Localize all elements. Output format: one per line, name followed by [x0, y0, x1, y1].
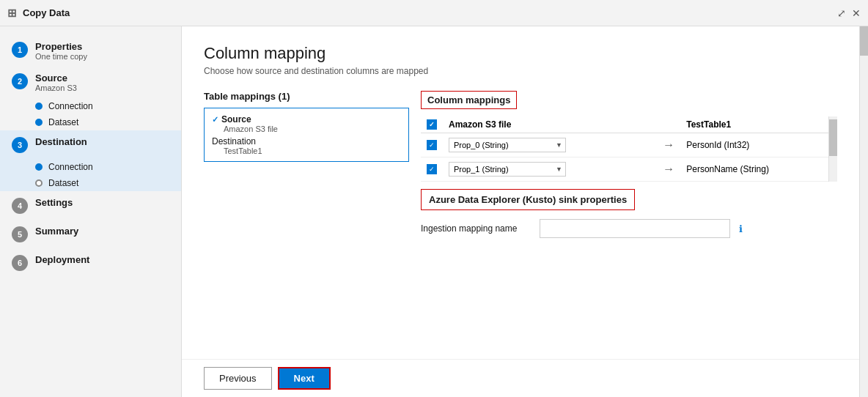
sidebar-item-source-subtitle: Amazon S3 [35, 84, 77, 92]
row1-source-dropdown-wrapper: Prop_1 (String) ▼ [449, 162, 566, 177]
sidebar-sub-dest-dataset[interactable]: Dataset [0, 175, 181, 191]
mapping-dest-value: TestTable1 [212, 146, 401, 155]
sub-label-dest-connection: Connection [48, 162, 93, 172]
row0-dest-cell: PersonId (Int32) [680, 133, 837, 157]
footer-buttons: Previous Next [182, 359, 859, 397]
row1-source-select[interactable]: Prop_1 (String) [449, 162, 566, 177]
sidebar-item-deployment[interactable]: 6 Deployment [0, 248, 181, 277]
step-badge-4: 4 [12, 198, 28, 214]
check-icon: ✓ [212, 115, 218, 125]
title-bar: ⊞ Copy Data ⤢ ✕ [0, 0, 868, 26]
th-check: ✓ [421, 116, 443, 133]
sink-header: Azure Data Explorer (Kusto) sink propert… [421, 189, 635, 210]
th-dest: TestTable1 [680, 116, 837, 133]
sidebar-item-summary[interactable]: 5 Summary [0, 220, 181, 248]
dot-source-dataset [35, 119, 43, 126]
sidebar-item-summary-title: Summary [35, 226, 78, 237]
mapping-source-row: ✓ Source [212, 114, 401, 125]
app-title: Copy Data [23, 7, 70, 18]
row0-check-cell: ✓ [421, 133, 443, 157]
mapping-dest-row: Destination [212, 136, 401, 146]
mapping-dest-label: Destination [212, 136, 256, 146]
sink-header-text: Azure Data Explorer (Kusto) sink propert… [429, 194, 627, 205]
copy-data-icon: ⊞ [7, 7, 17, 20]
table-mappings-panel: Table mappings (1) ✓ Source Amazon S3 fi… [204, 91, 409, 244]
sidebar-item-source[interactable]: 2 Source Amazon S3 [0, 67, 181, 98]
row1-source-cell: Prop_1 (String) ▼ [443, 157, 657, 182]
row0-checkbox[interactable]: ✓ [427, 140, 437, 150]
sidebar-sub-source-dataset[interactable]: Dataset [0, 114, 181, 130]
col-mappings-table-wrapper: ✓ Amazon S3 file TestTable1 [421, 116, 837, 182]
ingestion-mapping-input[interactable] [540, 219, 730, 238]
th-arrow [657, 116, 680, 133]
col-mappings-header-text: Column mappings [427, 94, 510, 105]
content-inner: Column mapping Choose how source and des… [182, 26, 859, 359]
row1-checkbox[interactable]: ✓ [427, 164, 437, 174]
sub-label-source-dataset: Dataset [48, 117, 78, 127]
mapping-source-value: Amazon S3 file [212, 125, 401, 133]
sink-props-section: Azure Data Explorer (Kusto) sink propert… [421, 189, 837, 238]
main-scroll-thumb [860, 26, 868, 56]
col-scroll-bar[interactable] [828, 116, 837, 182]
sidebar-item-properties-subtitle: One time copy [35, 52, 87, 61]
main-layout: 1 Properties One time copy 2 Source Amaz… [0, 26, 868, 397]
sidebar-item-destination-title: Destination [35, 136, 87, 147]
sidebar-item-settings[interactable]: 4 Settings [0, 191, 181, 220]
step-badge-6: 6 [12, 255, 28, 271]
sidebar-item-properties[interactable]: 1 Properties One time copy [0, 35, 181, 67]
row0-source-select[interactable]: Prop_0 (String) [449, 138, 566, 152]
row0-source-dropdown-wrapper: Prop_0 (String) ▼ [449, 138, 566, 152]
row1-arrow: → [663, 163, 674, 175]
dot-dest-connection [35, 163, 43, 171]
sidebar-item-destination[interactable]: 3 Destination [0, 130, 181, 159]
close-icon[interactable]: ✕ [852, 7, 861, 19]
sidebar-sub-dest-connection[interactable]: Connection [0, 159, 181, 175]
main-scrollbar[interactable] [859, 26, 868, 397]
dot-dest-dataset [35, 179, 43, 187]
step-badge-5: 5 [12, 226, 28, 242]
sink-label-ingestion: Ingestion mapping name [421, 223, 531, 234]
previous-button[interactable]: Previous [204, 367, 272, 390]
page-title: Column mapping [204, 44, 837, 63]
page-subtitle: Choose how source and destination column… [204, 66, 837, 76]
sidebar-item-properties-title: Properties [35, 41, 87, 52]
sidebar-item-source-title: Source [35, 73, 77, 84]
mapping-item[interactable]: ✓ Source Amazon S3 file Destination Test… [204, 108, 409, 162]
sub-label-connection: Connection [48, 101, 93, 111]
expand-icon[interactable]: ⤢ [837, 7, 846, 19]
header-checkbox[interactable]: ✓ [427, 119, 437, 130]
content-area: Column mapping Choose how source and des… [182, 26, 859, 397]
row0-arrow: → [663, 138, 674, 151]
col-scroll-thumb [829, 119, 837, 156]
sidebar-item-deployment-title: Deployment [35, 254, 89, 265]
two-col-layout: Table mappings (1) ✓ Source Amazon S3 fi… [204, 91, 837, 244]
sidebar-sub-source-connection[interactable]: Connection [0, 98, 181, 114]
row1-arrow-cell: → [657, 157, 680, 182]
step-badge-3: 3 [12, 137, 28, 153]
row1-check-cell: ✓ [421, 157, 443, 182]
col-mappings-header: Column mappings [421, 91, 517, 109]
title-bar-right: ⤢ ✕ [837, 7, 861, 19]
col-mapping-row-1: ✓ Prop_1 (String) ▼ [421, 157, 837, 182]
row1-dest-cell: PersonName (String) [680, 157, 837, 182]
th-source: Amazon S3 file [443, 116, 657, 133]
row0-arrow-cell: → [657, 133, 680, 157]
title-bar-left: ⊞ Copy Data [7, 7, 70, 20]
sink-row-ingestion: Ingestion mapping name ℹ [421, 219, 837, 238]
step-badge-2: 2 [12, 73, 28, 89]
sidebar-item-settings-title: Settings [35, 197, 73, 208]
column-mappings-panel: Column mappings ✓ Amazon S3 file [421, 91, 837, 244]
row0-source-cell: Prop_0 (String) ▼ [443, 133, 657, 157]
dot-source-connection [35, 103, 43, 110]
mapping-source-label: Source [221, 114, 251, 125]
sidebar: 1 Properties One time copy 2 Source Amaz… [0, 26, 182, 397]
col-mapping-row-0: ✓ Prop_0 (String) ▼ [421, 133, 837, 157]
info-icon: ℹ [739, 223, 743, 234]
col-mapping-table: ✓ Amazon S3 file TestTable1 [421, 116, 837, 182]
step-badge-1: 1 [12, 42, 28, 58]
next-button[interactable]: Next [278, 367, 331, 390]
table-mappings-title: Table mappings (1) [204, 91, 409, 102]
sub-label-dest-dataset: Dataset [48, 178, 78, 188]
